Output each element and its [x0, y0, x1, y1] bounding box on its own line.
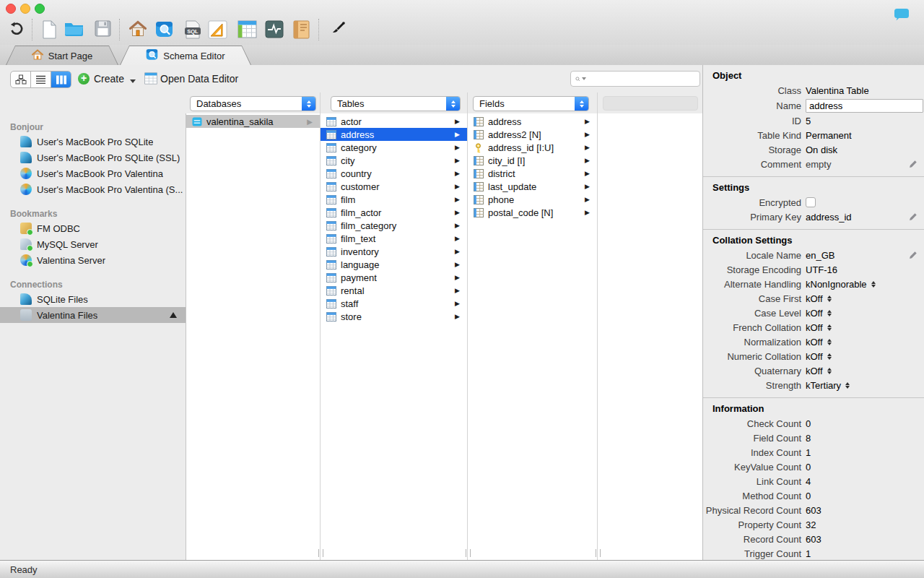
collation-select[interactable]: kOff	[806, 308, 832, 319]
field-row[interactable]: last_update ▶	[468, 180, 597, 193]
field-row[interactable]: city_id [I] ▶	[468, 154, 597, 167]
sidebar-item[interactable]: FM ODBC	[0, 220, 186, 236]
table-row[interactable]: film_actor ▶	[321, 206, 467, 219]
expand-arrow-icon[interactable]: ▶	[455, 157, 460, 164]
sidebar-item[interactable]: Valentina Files	[0, 307, 186, 323]
table-row[interactable]: category ▶	[321, 141, 467, 154]
sidebar-item[interactable]: User's MacBook Pro Valentina (S...	[0, 181, 186, 197]
collation-select[interactable]: kOff	[806, 366, 832, 376]
zoom-button[interactable]	[35, 4, 45, 14]
field-row[interactable]: phone ▶	[468, 193, 597, 206]
name-input[interactable]	[806, 99, 923, 113]
expand-arrow-icon[interactable]: ▶	[455, 183, 460, 190]
start-page-icon[interactable]	[128, 20, 147, 38]
databases-filter-dropdown[interactable]: Databases	[190, 96, 316, 111]
column-resize-grip[interactable]	[318, 549, 323, 557]
expand-arrow-icon[interactable]: ▶	[585, 209, 590, 216]
table-row[interactable]: film_category ▶	[321, 219, 467, 232]
expand-arrow-icon[interactable]: ▶	[585, 131, 590, 138]
tree-view-button[interactable]	[11, 72, 31, 87]
expand-arrow-icon[interactable]: ▶	[455, 313, 460, 320]
field-row[interactable]: address ▶	[468, 115, 597, 128]
feedback-bubble-icon[interactable]	[894, 8, 910, 23]
field-row[interactable]: address_id [I:U] ▶	[468, 141, 597, 154]
column-divider[interactable]	[320, 92, 321, 560]
table-row[interactable]: film_text ▶	[321, 232, 467, 245]
fields-filter-dropdown[interactable]: Fields	[473, 96, 589, 111]
field-row[interactable]: address2 [N] ▶	[468, 128, 597, 141]
collation-select[interactable]: kOff	[806, 293, 832, 304]
database-row[interactable]: valentina_sakila ▶	[186, 115, 320, 128]
sidebar-item[interactable]: User's MacBook Pro Valentina	[0, 165, 186, 181]
table-row[interactable]: inventory ▶	[321, 245, 467, 258]
expand-arrow-icon[interactable]: ▶	[585, 144, 590, 151]
create-button[interactable]: Create	[94, 73, 124, 85]
data-editor-icon[interactable]	[237, 20, 257, 38]
edit-pencil-icon[interactable]	[908, 159, 918, 169]
expand-arrow-icon[interactable]: ▶	[585, 118, 590, 125]
tab-schema-editor[interactable]: Schema Editor	[120, 46, 251, 65]
search-scope-caret-icon[interactable]	[582, 77, 586, 80]
expand-arrow-icon[interactable]: ▶	[585, 170, 590, 177]
collation-select[interactable]: kOff	[806, 351, 832, 362]
diagnostics-icon[interactable]	[264, 20, 284, 38]
expand-arrow-icon[interactable]: ▶	[585, 157, 590, 164]
table-row[interactable]: actor ▶	[321, 115, 467, 128]
open-data-editor-button[interactable]: Open Data Editor	[160, 73, 238, 85]
table-row[interactable]: customer ▶	[321, 180, 467, 193]
expand-arrow-icon[interactable]: ▶	[455, 300, 460, 307]
tune-brush-icon[interactable]	[327, 20, 346, 38]
sidebar-item[interactable]: User's MacBook Pro SQLite (SSL)	[0, 150, 186, 165]
diagram-icon[interactable]	[207, 20, 227, 39]
sidebar-item[interactable]: User's MacBook Pro SQLite	[0, 134, 186, 150]
new-document-icon[interactable]	[40, 20, 58, 39]
collation-select[interactable]: kNonIgnorable	[806, 279, 876, 290]
expand-arrow-icon[interactable]: ▶	[307, 118, 313, 126]
column-resize-grip[interactable]	[596, 549, 601, 557]
table-row[interactable]: country ▶	[321, 167, 467, 180]
undo-icon[interactable]	[7, 20, 26, 38]
expand-arrow-icon[interactable]: ▶	[455, 235, 460, 242]
sidebar-item[interactable]: Valentina Server	[0, 252, 186, 268]
expand-arrow-icon[interactable]: ▶	[585, 183, 590, 190]
field-row[interactable]: district ▶	[468, 167, 597, 180]
expand-arrow-icon[interactable]: ▶	[455, 144, 460, 151]
column-divider[interactable]	[467, 92, 468, 560]
open-data-editor-icon[interactable]	[144, 72, 157, 87]
create-plus-icon[interactable]: +	[78, 73, 90, 85]
column-divider[interactable]	[597, 92, 598, 560]
search-field[interactable]	[570, 71, 700, 87]
tables-filter-dropdown[interactable]: Tables	[331, 96, 461, 111]
table-row[interactable]: language ▶	[321, 258, 467, 271]
expand-arrow-icon[interactable]: ▶	[455, 261, 460, 268]
open-folder-icon[interactable]	[64, 20, 84, 38]
sql-editor-icon[interactable]: SQL	[183, 20, 202, 39]
column-resize-grip[interactable]	[466, 549, 471, 557]
encrypted-checkbox[interactable]	[806, 197, 816, 207]
expand-arrow-icon[interactable]: ▶	[455, 131, 460, 138]
tab-start-page[interactable]: Start Page	[6, 46, 118, 65]
edit-pencil-icon[interactable]	[908, 250, 918, 260]
close-button[interactable]	[6, 4, 16, 14]
collation-select[interactable]: kTertiary	[806, 380, 850, 391]
table-row[interactable]: payment ▶	[321, 271, 467, 284]
table-row[interactable]: film ▶	[321, 193, 467, 206]
report-icon[interactable]	[292, 20, 310, 39]
collation-select[interactable]: kOff	[806, 322, 832, 333]
expand-arrow-icon[interactable]: ▶	[455, 170, 460, 177]
expand-arrow-icon[interactable]: ▶	[455, 222, 460, 229]
table-row[interactable]: store ▶	[321, 310, 467, 323]
expand-arrow-icon[interactable]: ▶	[455, 209, 460, 216]
table-row[interactable]: rental ▶	[321, 284, 467, 297]
expand-arrow-icon[interactable]: ▶	[455, 274, 460, 281]
expand-arrow-icon[interactable]: ▶	[455, 196, 460, 203]
sidebar-item[interactable]: SQLite Files	[0, 291, 186, 307]
column-divider[interactable]	[186, 113, 186, 560]
save-icon[interactable]	[94, 20, 111, 37]
expand-arrow-icon[interactable]: ▶	[585, 196, 590, 203]
search-input[interactable]	[588, 72, 699, 85]
expand-arrow-icon[interactable]: ▶	[455, 287, 460, 294]
table-row[interactable]: staff ▶	[321, 297, 467, 310]
field-row[interactable]: postal_code [N] ▶	[468, 206, 597, 219]
schema-editor-icon[interactable]	[154, 20, 173, 38]
